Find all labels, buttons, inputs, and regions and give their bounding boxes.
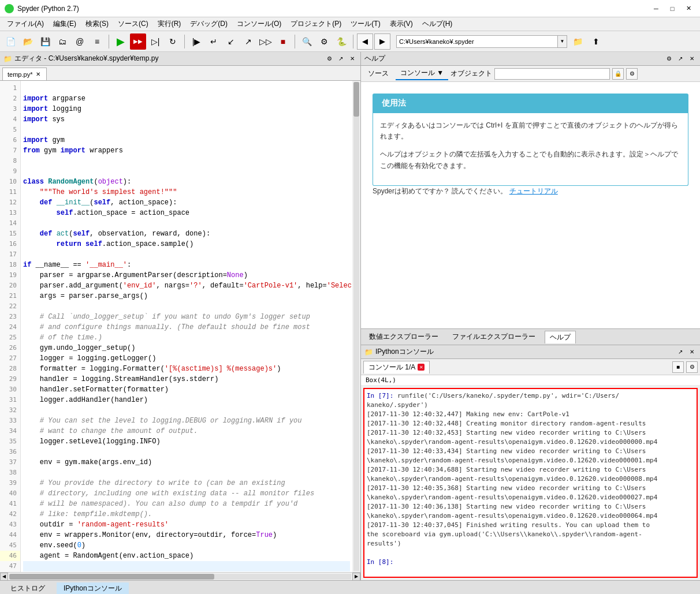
step-out-button[interactable]: ↗ — [240, 33, 256, 50]
up-button[interactable]: ⬆ — [588, 33, 604, 50]
tab-help[interactable]: ヘルプ — [545, 331, 576, 343]
scrollbar-track[interactable] — [353, 82, 359, 571]
help-tab-label: オブジェクト — [450, 69, 492, 79]
line-num-38: 38 — [0, 468, 20, 478]
menu-console[interactable]: コンソール(O) — [232, 17, 286, 31]
help-float-button[interactable]: ↗ — [676, 54, 685, 63]
folder-icon: 📁 — [3, 55, 12, 63]
line-num-23: 23 — [0, 312, 20, 322]
box-label-text: Box(4L,) — [366, 376, 396, 384]
bottom-tab-ipython[interactable]: IPythonコンソール — [57, 582, 129, 594]
line-num-15: 15 — [0, 229, 20, 239]
tab-file-explorer[interactable]: ファイルエクスプローラー — [448, 331, 540, 343]
help-gear-toolbar-button[interactable]: ⚙ — [626, 68, 638, 80]
console-tab-close[interactable]: ✕ — [418, 364, 425, 371]
console-stop-button[interactable]: ■ — [672, 361, 684, 373]
editor-scrollbar[interactable] — [352, 81, 360, 572]
tab-close-button[interactable]: ✕ — [35, 71, 42, 78]
new-file-button[interactable]: 📄 — [2, 33, 18, 50]
run-cell-button[interactable]: ▷| — [147, 33, 163, 50]
help-search-input[interactable] — [494, 68, 610, 80]
tab-var-explorer[interactable]: 数値エクスプローラー — [364, 331, 443, 343]
help-box-content: エディタあるいはコンソールでは Ctrl+I を直前で押すことで直後のオブジェク… — [373, 113, 688, 186]
help-tab-console[interactable]: コンソール ▼ — [396, 67, 448, 80]
console-output[interactable]: In [7]: runfile('C:/Users/kaneko/.spyder… — [363, 388, 698, 578]
editor-close-button[interactable]: ✕ — [348, 54, 357, 63]
console-line-3: [2017-11-30 12:40:32,447] Making new env… — [367, 410, 694, 419]
console-title: IPythonコンソール — [375, 347, 434, 357]
line-num-7: 7 — [0, 145, 20, 156]
path-dropdown-arrow[interactable]: ▼ — [558, 35, 567, 48]
menu-debug[interactable]: デバッグ(D) — [185, 17, 232, 31]
line-num-12: 12 — [0, 197, 20, 208]
title-bar-controls: ─ □ ✕ — [649, 3, 695, 14]
h-scrollbar-thumb[interactable] — [9, 574, 214, 580]
close-button[interactable]: ✕ — [682, 3, 695, 14]
line-num-10: 10 — [0, 177, 20, 187]
line-num-30: 30 — [0, 384, 20, 395]
help-panel: ヘルプ ⚙ ↗ ✕ ソース コンソール ▼ オブジェクト 🔒 ⚙ 使用法 — [361, 52, 700, 329]
step-button[interactable]: ↵ — [206, 33, 222, 50]
editor-tab-temp[interactable]: temp.py* ✕ — [2, 68, 47, 80]
help-header: ヘルプ ⚙ ↗ ✕ — [361, 52, 700, 66]
open-file-button[interactable]: 📂 — [20, 33, 36, 50]
help-box-title: 使用法 — [373, 94, 688, 113]
minimize-button[interactable]: ─ — [649, 3, 663, 14]
help-tab-source[interactable]: ソース — [363, 68, 393, 80]
console-prompt-next: In [8]: — [367, 558, 393, 566]
console-settings-button[interactable]: ⚙ — [686, 361, 698, 373]
console-header-left: 📁 IPythonコンソール — [364, 347, 434, 357]
scroll-right-arrow[interactable]: ▶ — [352, 573, 360, 581]
menu-project[interactable]: プロジェクト(P) — [286, 17, 346, 31]
settings-button[interactable]: ⚙ — [316, 33, 332, 50]
menu-run[interactable]: 実行(R) — [153, 17, 186, 31]
run-button[interactable]: ▶ — [113, 33, 129, 50]
scroll-left-arrow[interactable]: ◀ — [0, 573, 8, 581]
editor-float-button[interactable]: ↗ — [336, 54, 345, 63]
maximize-button[interactable]: □ — [665, 3, 679, 14]
scrollbar-thumb[interactable] — [353, 82, 359, 117]
run-config-button[interactable]: ▶▶ — [130, 33, 146, 50]
menu-view[interactable]: 表示(V) — [385, 17, 418, 31]
find-button[interactable]: 🔍 — [299, 33, 315, 50]
help-tutorial-link[interactable]: チュートリアル — [509, 187, 558, 195]
main-container: 📁 エディタ - C:¥Users¥kaneko¥.spyder¥temp.py… — [0, 52, 700, 580]
print-button[interactable]: @ — [72, 33, 88, 50]
forward-button[interactable]: ▶ — [374, 33, 390, 50]
console-float-button[interactable]: ↗ — [676, 348, 685, 357]
console-close-button[interactable]: ✕ — [687, 348, 697, 357]
menu-file[interactable]: ファイル(A) — [2, 17, 49, 31]
h-scrollbar-track[interactable] — [9, 574, 351, 580]
browse-button[interactable]: 📁 — [569, 33, 586, 50]
debug-button[interactable]: |▶ — [188, 33, 204, 50]
edit-button[interactable]: ≡ — [89, 33, 105, 50]
menu-tools[interactable]: ツール(T) — [346, 17, 385, 31]
help-lock-button[interactable]: 🔒 — [612, 68, 624, 80]
console-tab-1[interactable]: コンソール 1/A ✕ — [363, 361, 430, 373]
code-content[interactable]: import argparse import logging import sy… — [21, 81, 352, 572]
menu-edit[interactable]: 編集(E) — [49, 17, 81, 31]
continue-button[interactable]: ▷▷ — [258, 33, 274, 50]
save-all-button[interactable]: 🗂 — [54, 33, 70, 50]
line-num-44: 44 — [0, 530, 20, 540]
menu-search[interactable]: 検索(S) — [81, 17, 113, 31]
run-advance-button[interactable]: ↻ — [165, 33, 181, 50]
bottom-tab-histolog[interactable]: ヒストログ — [3, 582, 52, 594]
editor-tab-bar: temp.py* ✕ — [0, 66, 360, 81]
editor-gear-button[interactable]: ⚙ — [325, 54, 334, 63]
menu-source[interactable]: ソース(C) — [113, 17, 153, 31]
menu-help[interactable]: ヘルプ(H) — [418, 17, 457, 31]
editor-header: 📁 エディタ - C:¥Users¥kaneko¥.spyder¥temp.py… — [0, 52, 360, 66]
stop-button[interactable]: ■ — [275, 33, 291, 50]
line-num-20: 20 — [0, 281, 20, 291]
python-button[interactable]: 🐍 — [333, 33, 349, 50]
step-in-button[interactable]: ↙ — [223, 33, 239, 50]
title-bar: Spyder (Python 2.7) ─ □ ✕ — [0, 0, 700, 17]
path-input[interactable] — [396, 35, 558, 48]
back-button[interactable]: ◀ — [357, 33, 373, 50]
help-gear-button[interactable]: ⚙ — [664, 54, 673, 63]
toolbar-sep-1 — [109, 35, 109, 48]
help-close-button[interactable]: ✕ — [687, 54, 697, 63]
console-line-6: \kaneko\.spyder\random-agent-results\ope… — [367, 438, 694, 447]
save-button[interactable]: 💾 — [37, 33, 53, 50]
